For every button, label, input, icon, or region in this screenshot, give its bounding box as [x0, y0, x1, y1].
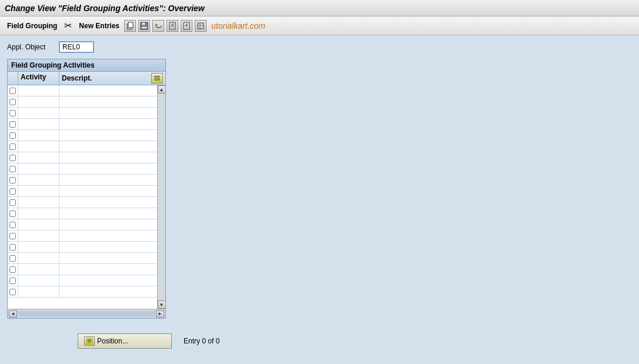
- row-activity-cell: [18, 108, 59, 118]
- appl-object-label: Appl. Object: [7, 43, 54, 51]
- table-row: [8, 242, 165, 253]
- field-grouping-label: Field Grouping: [7, 22, 57, 30]
- row-checkbox[interactable]: [8, 119, 18, 129]
- header-descript-col: Descript.: [59, 72, 165, 85]
- table-row: [8, 275, 165, 286]
- row-descript-cell: [59, 242, 157, 252]
- row-checkbox[interactable]: [8, 96, 18, 107]
- scroll-right-button[interactable]: ►: [156, 310, 164, 318]
- row-checkbox[interactable]: [8, 275, 18, 286]
- svg-rect-1: [128, 22, 133, 28]
- svg-rect-4: [141, 26, 147, 29]
- row-checkbox[interactable]: [8, 152, 18, 163]
- row-descript-cell: [59, 152, 157, 163]
- row-checkbox[interactable]: [8, 163, 18, 174]
- row-descript-cell: [59, 130, 157, 141]
- row-checkbox[interactable]: [8, 208, 18, 219]
- row-activity-cell: [18, 163, 59, 174]
- svg-rect-14: [154, 76, 160, 77]
- row-checkbox[interactable]: [8, 286, 18, 297]
- undo-icon-button[interactable]: [152, 20, 164, 32]
- horizontal-scrollbar[interactable]: ◄ ►: [8, 309, 165, 318]
- row-checkbox[interactable]: [8, 197, 18, 208]
- row-activity-cell: [18, 264, 59, 275]
- row-activity-cell: [18, 152, 59, 163]
- row-activity-cell: [18, 197, 59, 208]
- upload-icon-button[interactable]: [167, 20, 178, 32]
- row-descript-cell: [59, 197, 157, 208]
- row-checkbox[interactable]: [8, 108, 18, 118]
- table-title: Field Grouping Activities: [8, 59, 165, 72]
- bottom-area: Position... Entry 0 of 0: [7, 333, 632, 349]
- new-entries-button[interactable]: New Entries: [76, 20, 122, 32]
- row-activity-cell: [18, 186, 59, 196]
- table-row: [8, 108, 165, 119]
- row-checkbox[interactable]: [8, 219, 18, 230]
- row-checkbox[interactable]: [8, 242, 18, 252]
- row-activity-cell: [18, 286, 59, 297]
- row-descript-cell: [59, 186, 157, 196]
- vertical-scrollbar[interactable]: ▲ ▼: [157, 85, 165, 309]
- svg-rect-3: [142, 22, 145, 25]
- main-content: Appl. Object Field Grouping Activities A…: [0, 35, 639, 355]
- table-row: [8, 175, 165, 186]
- row-descript-cell: [59, 175, 157, 185]
- row-checkbox[interactable]: [8, 253, 18, 263]
- entry-info: Entry 0 of 0: [184, 337, 219, 345]
- row-checkbox[interactable]: [8, 231, 18, 241]
- column-settings-icon[interactable]: [151, 73, 163, 84]
- svg-rect-16: [154, 79, 160, 81]
- row-activity-cell: [18, 119, 59, 129]
- row-checkbox[interactable]: [8, 186, 18, 196]
- position-icon: [84, 336, 95, 346]
- row-descript-cell: [59, 119, 157, 129]
- scroll-left-button[interactable]: ◄: [9, 310, 17, 318]
- save-icon-button[interactable]: [138, 20, 150, 32]
- table-row: [8, 152, 165, 163]
- table-row: [8, 253, 165, 264]
- row-descript-cell: [59, 208, 157, 219]
- scissors-button[interactable]: ✂: [62, 18, 74, 33]
- appl-object-input[interactable]: [59, 41, 94, 53]
- row-checkbox[interactable]: [8, 264, 18, 275]
- scissors-icon: ✂: [64, 20, 72, 31]
- row-checkbox[interactable]: [8, 175, 18, 185]
- position-button[interactable]: Position...: [78, 333, 172, 349]
- scroll-down-button[interactable]: ▼: [158, 300, 166, 309]
- row-activity-cell: [18, 208, 59, 219]
- header-activity-col: Activity: [18, 72, 59, 85]
- row-activity-cell: [18, 275, 59, 286]
- row-descript-cell: [59, 141, 157, 152]
- row-descript-cell: [59, 253, 157, 263]
- table-row: [8, 186, 165, 197]
- svg-rect-15: [154, 78, 160, 79]
- row-descript-cell: [59, 96, 157, 107]
- row-activity-cell: [18, 130, 59, 141]
- row-descript-cell: [59, 85, 157, 96]
- field-grouping-menu[interactable]: Field Grouping: [5, 20, 59, 32]
- appl-object-row: Appl. Object: [7, 41, 632, 53]
- table-row: [8, 286, 165, 298]
- watermark-text: utorialkart.com: [211, 21, 265, 31]
- row-checkbox[interactable]: [8, 141, 18, 152]
- row-checkbox[interactable]: [8, 85, 18, 96]
- details-icon-button[interactable]: [195, 20, 207, 32]
- svg-rect-5: [169, 22, 175, 29]
- svg-rect-11: [198, 23, 204, 29]
- row-activity-cell: [18, 141, 59, 152]
- row-descript-cell: [59, 231, 157, 241]
- table-row: [8, 96, 165, 108]
- row-activity-cell: [18, 85, 59, 96]
- download-icon-button[interactable]: [181, 20, 192, 32]
- row-activity-cell: [18, 253, 59, 263]
- table-header: Activity Descript.: [8, 72, 165, 85]
- row-activity-cell: [18, 175, 59, 185]
- row-activity-cell: [18, 219, 59, 230]
- row-checkbox[interactable]: [8, 130, 18, 141]
- copy-icon-button[interactable]: [124, 20, 136, 32]
- toolbar: Field Grouping ✂ New Entries: [0, 16, 639, 35]
- row-descript-cell: [59, 108, 157, 118]
- table-row: [8, 197, 165, 208]
- scroll-up-button[interactable]: ▲: [158, 85, 166, 93]
- header-checkbox-col: [8, 72, 18, 85]
